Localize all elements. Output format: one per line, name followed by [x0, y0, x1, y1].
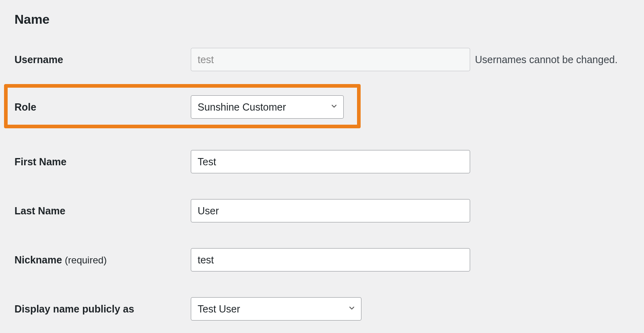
last-name-row: Last Name — [14, 199, 630, 222]
role-label: Role — [14, 101, 191, 113]
last-name-input[interactable] — [191, 199, 470, 222]
nickname-label-text: Nickname — [14, 254, 62, 265]
first-name-label: First Name — [14, 156, 191, 168]
role-select[interactable]: Sunshine Customer — [191, 95, 344, 119]
username-input — [191, 48, 470, 71]
display-name-row: Display name publicly as Test User — [14, 297, 630, 321]
username-row: Username Usernames cannot be changed. — [14, 48, 630, 71]
username-label: Username — [14, 54, 191, 66]
nickname-row: Nickname (required) — [14, 248, 630, 271]
name-settings-form: Name Username Usernames cannot be change… — [0, 0, 644, 321]
last-name-label: Last Name — [14, 205, 191, 217]
display-name-select-wrapper: Test User — [191, 297, 361, 321]
section-title: Name — [14, 12, 630, 27]
first-name-row: First Name — [14, 150, 630, 173]
role-select-wrapper: Sunshine Customer — [191, 95, 344, 119]
username-helper-text: Usernames cannot be changed. — [475, 54, 617, 66]
display-name-select[interactable]: Test User — [191, 297, 361, 321]
nickname-input[interactable] — [191, 248, 470, 271]
display-name-label: Display name publicly as — [14, 303, 191, 315]
first-name-input[interactable] — [191, 150, 470, 173]
nickname-label: Nickname (required) — [14, 254, 191, 266]
nickname-required-text: (required) — [65, 255, 107, 265]
role-row: Role Sunshine Customer — [14, 95, 630, 119]
